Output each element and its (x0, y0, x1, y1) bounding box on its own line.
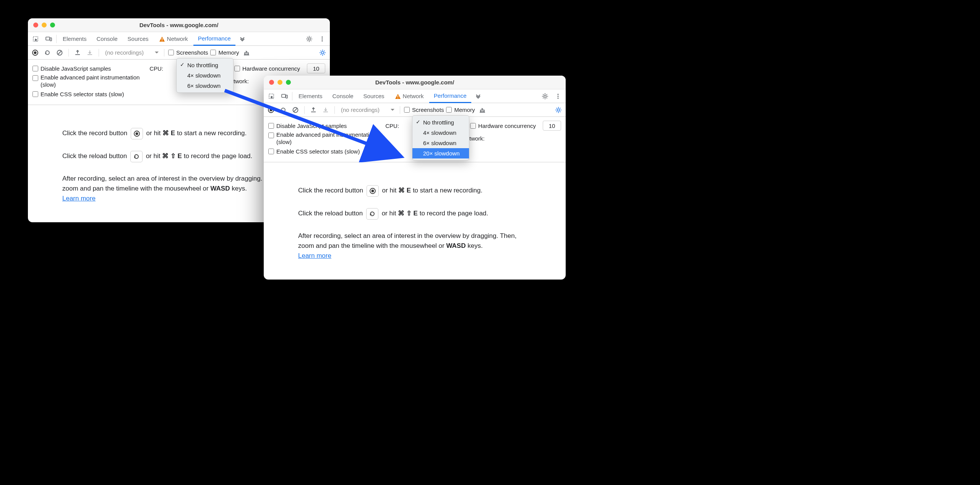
instruction-text: to record the page load. (184, 152, 253, 160)
advanced-paint-label: Enable advanced paint instrumentation (s… (276, 131, 376, 146)
separator (56, 35, 57, 43)
instructions-panel: Click the record button or hit ⌘ E to st… (264, 162, 566, 280)
separator (334, 106, 335, 114)
cpu-option-6x[interactable]: 6× slowdown (412, 138, 469, 148)
window-title: DevTools - www.google.com/ (28, 22, 330, 28)
memory-checkbox[interactable]: Memory (210, 49, 239, 56)
instruction-text: to start a new recording. (413, 187, 482, 194)
tab-sources[interactable]: Sources (123, 32, 153, 46)
settings-icon[interactable] (539, 90, 551, 102)
screenshots-label: Screenshots (412, 107, 444, 113)
separator (68, 49, 69, 57)
gc-button[interactable] (477, 105, 487, 115)
learn-more-link[interactable]: Learn more (62, 195, 96, 202)
tab-elements[interactable]: Elements (294, 89, 327, 103)
close-window-button[interactable] (33, 23, 38, 27)
instruction-text: After recording, select an area of inter… (298, 232, 516, 249)
record-icon (367, 185, 379, 197)
download-button[interactable] (85, 48, 95, 58)
close-window-button[interactable] (269, 80, 274, 85)
settings-icon[interactable] (303, 33, 315, 45)
upload-button[interactable] (308, 105, 318, 115)
cpu-option-no-throttling[interactable]: No throttling (177, 60, 233, 70)
zoom-window-button[interactable] (50, 23, 55, 27)
css-selector-checkbox[interactable]: Enable CSS selector stats (slow) (268, 148, 360, 155)
kebab-menu-icon[interactable] (316, 33, 328, 45)
tab-performance[interactable]: Performance (429, 89, 471, 103)
cpu-label: CPU: (385, 123, 399, 129)
device-toggle-icon[interactable] (42, 33, 55, 45)
tab-network[interactable]: Network (390, 89, 428, 103)
inspect-icon[interactable] (265, 90, 277, 102)
hw-concurrency-checkbox[interactable]: Hardware concurrency (234, 65, 300, 72)
memory-checkbox[interactable]: Memory (446, 107, 475, 113)
css-selector-checkbox[interactable]: Enable CSS selector stats (slow) (32, 91, 124, 97)
recording-selector[interactable]: (no recordings) (339, 105, 396, 115)
capture-settings-icon[interactable] (318, 48, 328, 58)
tab-network-label: Network (167, 36, 188, 42)
tab-network[interactable]: Network (154, 32, 193, 46)
instruction-text: to start a new recording. (177, 129, 247, 137)
tab-network-label: Network (403, 93, 424, 99)
reload-icon (130, 151, 143, 162)
performance-toolbar: (no recordings) Screenshots Memory (264, 103, 566, 117)
advanced-paint-label: Enable advanced paint instrumentation (s… (41, 74, 140, 89)
tab-performance[interactable]: Performance (193, 32, 235, 46)
inspect-icon[interactable] (29, 33, 42, 45)
instruction-text: keys. (230, 185, 247, 192)
more-tabs-button[interactable] (472, 90, 484, 102)
reload-record-button[interactable] (278, 105, 288, 115)
cpu-option-6x[interactable]: 6× slowdown (177, 81, 233, 91)
tab-console[interactable]: Console (328, 89, 358, 103)
titlebar[interactable]: DevTools - www.google.com/ (28, 18, 330, 32)
screenshots-checkbox[interactable]: Screenshots (168, 49, 208, 56)
hw-concurrency-value[interactable]: 10 (307, 63, 325, 73)
upload-button[interactable] (73, 48, 83, 58)
zoom-window-button[interactable] (286, 80, 291, 85)
cpu-option-20x[interactable]: 20× slowdown (412, 148, 469, 158)
download-button[interactable] (321, 105, 331, 115)
record-button[interactable] (266, 105, 276, 115)
separator (164, 49, 164, 57)
cpu-throttle-dropdown[interactable]: No throttling 4× slowdown 6× slowdown (176, 58, 234, 93)
window-title: DevTools - www.google.com/ (264, 79, 566, 86)
advanced-paint-checkbox[interactable]: Enable advanced paint instrumentation (s… (268, 131, 376, 146)
instruction-text: to record the page load. (420, 210, 488, 217)
devtools-tabbar: Elements Console Sources Network Perform… (264, 89, 566, 103)
keyboard-shortcut: ⌘ ⇧ E (162, 152, 182, 160)
kebab-menu-icon[interactable] (552, 90, 564, 102)
separator (292, 92, 292, 100)
instruction-text: Click the record button (298, 187, 365, 194)
cpu-option-4x[interactable]: 4× slowdown (412, 128, 469, 138)
memory-label: Memory (454, 107, 475, 113)
cpu-option-no-throttling[interactable]: No throttling (412, 117, 469, 128)
reload-record-button[interactable] (42, 48, 52, 58)
screenshots-label: Screenshots (176, 49, 208, 56)
device-toggle-icon[interactable] (278, 90, 290, 102)
more-tabs-button[interactable] (236, 33, 248, 45)
minimize-window-button[interactable] (42, 23, 47, 27)
gc-button[interactable] (242, 48, 251, 58)
disable-js-checkbox[interactable]: Disable JavaScript samples (32, 65, 111, 72)
hw-concurrency-checkbox[interactable]: Hardware concurrency (470, 123, 536, 129)
warning-icon (394, 93, 401, 99)
capture-settings-icon[interactable] (553, 105, 563, 115)
clear-button[interactable] (55, 48, 65, 58)
screenshots-checkbox[interactable]: Screenshots (404, 107, 444, 113)
learn-more-link[interactable]: Learn more (298, 252, 331, 259)
disable-js-checkbox[interactable]: Disable JavaScript samples (268, 123, 347, 129)
cpu-option-4x[interactable]: 4× slowdown (177, 70, 233, 81)
clear-button[interactable] (290, 105, 300, 115)
titlebar[interactable]: DevTools - www.google.com/ (264, 76, 566, 89)
advanced-paint-checkbox[interactable]: Enable advanced paint instrumentation (s… (32, 74, 140, 89)
tab-elements[interactable]: Elements (58, 32, 91, 46)
hw-concurrency-value[interactable]: 10 (543, 121, 561, 131)
separator (304, 106, 305, 114)
tab-sources[interactable]: Sources (359, 89, 389, 103)
tab-console[interactable]: Console (92, 32, 122, 46)
performance-toolbar: (no recordings) Screenshots Memory (28, 46, 330, 60)
recording-selector[interactable]: (no recordings) (103, 48, 160, 58)
cpu-throttle-dropdown[interactable]: No throttling 4× slowdown 6× slowdown 20… (412, 115, 469, 160)
minimize-window-button[interactable] (277, 80, 282, 85)
record-button[interactable] (30, 48, 40, 58)
